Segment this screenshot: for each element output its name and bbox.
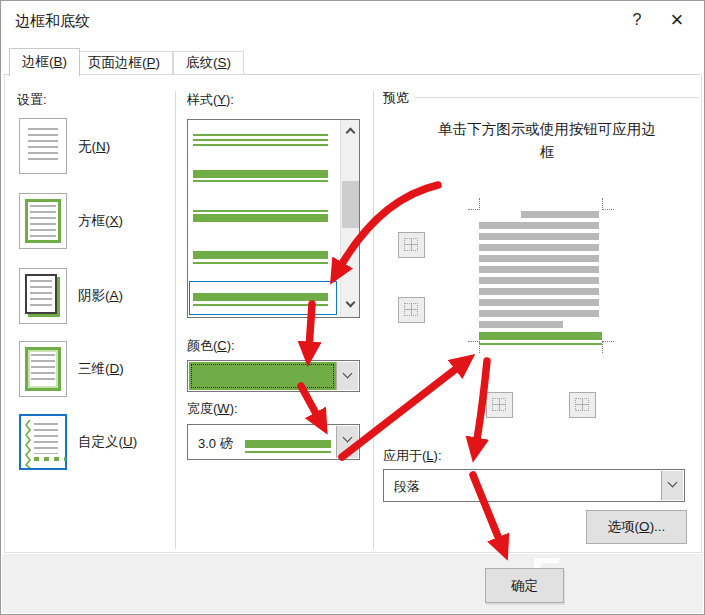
width-dropdown[interactable]: 3.0 磅 — [187, 424, 360, 460]
border-grid-icon — [404, 303, 418, 316]
corner-mark-icon — [602, 198, 614, 210]
tab-page-borders[interactable]: 页面边框(P) — [75, 51, 173, 75]
color-dropdown-button[interactable] — [336, 362, 358, 390]
color-label: 颜色(C): — [187, 337, 235, 355]
width-dropdown-button[interactable] — [336, 426, 358, 458]
chevron-down-icon — [668, 478, 678, 488]
style-option-line[interactable] — [193, 139, 328, 141]
style-scrollbar[interactable] — [340, 120, 359, 317]
scrollbar-thumb[interactable] — [342, 181, 359, 228]
tab-shading[interactable]: 底纹(S) — [173, 51, 244, 75]
corner-mark-icon — [468, 198, 480, 210]
preview-diagram[interactable] — [468, 198, 616, 356]
setting-label-none[interactable]: 无(N) — [78, 138, 110, 156]
preview-label: 预览 — [383, 89, 409, 107]
dialog-title: 边框和底纹 — [15, 12, 90, 31]
width-label: 宽度(W): — [187, 400, 238, 418]
scroll-up-button[interactable] — [341, 120, 359, 142]
style-option-line[interactable] — [193, 144, 328, 146]
style-listbox[interactable] — [187, 119, 360, 318]
zigzag-border-icon — [25, 420, 33, 468]
column-divider — [373, 91, 374, 549]
style-label: 样式(Y): — [187, 91, 234, 109]
options-button[interactable]: 选项(O)... — [586, 510, 687, 544]
setting-label-shadow[interactable]: 阴影(A) — [78, 287, 123, 305]
scroll-down-button[interactable] — [341, 295, 359, 317]
color-swatch-green — [189, 362, 336, 390]
ok-button[interactable]: 确定 — [485, 568, 564, 603]
dialog-footer — [2, 554, 703, 613]
apply-to-dropdown[interactable]: 段落 — [383, 469, 685, 502]
color-dropdown[interactable] — [187, 360, 360, 392]
setting-label-box[interactable]: 方框(X) — [78, 212, 123, 230]
apply-to-label: 应用于(L): — [383, 447, 442, 465]
style-option-line[interactable] — [193, 134, 328, 136]
borders-and-shading-dialog: 边框和底纹 ? × 边框(B) 页面边框(P) 底纹(S) 设置: 无(N) 方… — [0, 0, 705, 615]
preview-bottom-border — [479, 332, 602, 340]
corner-mark-icon — [602, 341, 614, 353]
width-value: 3.0 磅 — [198, 435, 233, 453]
setting-icon-none[interactable] — [19, 118, 67, 174]
column-divider — [175, 91, 176, 549]
preview-bottom-border-button[interactable] — [486, 392, 513, 418]
chevron-down-icon — [343, 369, 353, 379]
setting-icon-custom-selected[interactable] — [19, 414, 67, 470]
style-option-line[interactable] — [193, 210, 328, 212]
border-grid-icon — [404, 238, 418, 251]
tab-borders[interactable]: 边框(B) — [9, 48, 80, 76]
border-grid-icon — [575, 398, 589, 411]
chevron-down-icon — [343, 433, 353, 443]
style-option-line[interactable] — [193, 262, 328, 264]
apply-to-dropdown-button[interactable] — [661, 471, 683, 500]
style-selected-outline — [189, 281, 337, 315]
group-divider — [415, 97, 699, 98]
setting-label-custom[interactable]: 自定义(U) — [78, 433, 137, 451]
style-option-line[interactable] — [193, 170, 328, 178]
setting-icon-3d[interactable] — [19, 341, 67, 397]
chevron-down-icon — [346, 298, 356, 308]
help-icon[interactable]: ? — [622, 5, 652, 35]
preview-top-border-button[interactable] — [398, 232, 425, 258]
chevron-up-icon — [346, 128, 356, 138]
apply-to-value: 段落 — [394, 478, 420, 496]
setting-icon-box[interactable] — [19, 193, 67, 249]
preview-right-border-button[interactable] — [569, 392, 596, 418]
preview-middle-border-button[interactable] — [398, 297, 425, 323]
style-option-line[interactable] — [193, 214, 328, 222]
settings-label: 设置: — [17, 91, 47, 109]
border-grid-icon — [492, 398, 506, 411]
style-option-line[interactable] — [193, 251, 328, 259]
title-bar: 边框和底纹 ? × — [1, 1, 704, 45]
preview-instruction: 单击下方图示或使用按钮可应用边框 — [433, 118, 661, 164]
width-line-preview — [245, 440, 331, 448]
setting-label-3d[interactable]: 三维(D) — [78, 360, 124, 378]
close-icon[interactable]: × — [662, 5, 692, 35]
style-option-line[interactable] — [193, 180, 328, 182]
setting-icon-shadow[interactable] — [19, 268, 67, 324]
